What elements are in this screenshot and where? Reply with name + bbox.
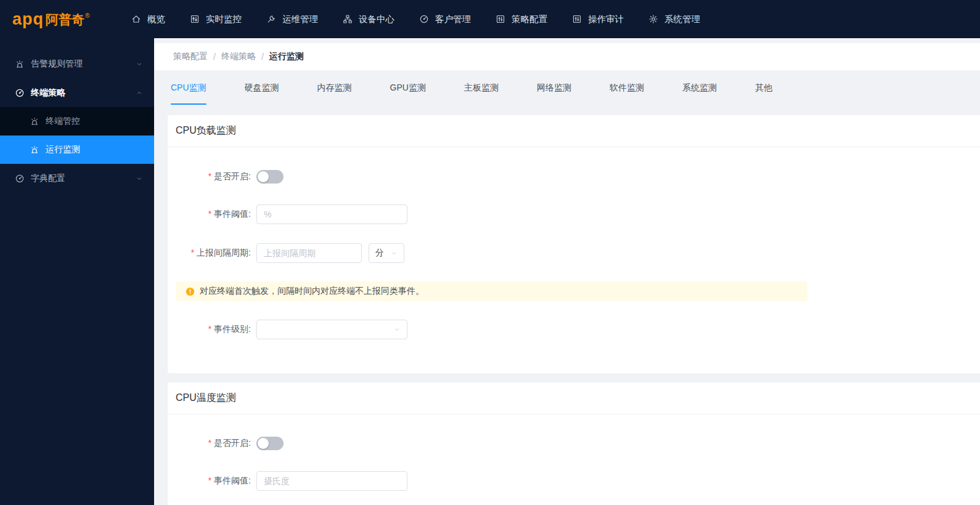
- logo-latin: apq: [12, 11, 44, 28]
- monitor-panel-icon: [190, 14, 200, 24]
- toggle-knob: [258, 171, 269, 182]
- gear-icon: [648, 14, 658, 24]
- chevron-down-icon: [393, 326, 401, 333]
- card-title: CPU负载监测: [168, 115, 980, 147]
- tab-bar: CPU监测 硬盘监测 内存监测 GPU监测 主板监测 网络监测 软件监测 系统监…: [154, 70, 980, 106]
- gauge-icon: [15, 88, 25, 98]
- tab-software-monitor[interactable]: 软件监测: [610, 70, 644, 106]
- nav-item-label: 设备中心: [359, 14, 394, 25]
- sliders-icon: [496, 14, 505, 24]
- field-report-interval: *上报间隔周期: 分: [176, 243, 980, 263]
- required-asterisk: *: [208, 475, 211, 485]
- top-nav-menu: 概览 实时监控 运维管理 设备中心 客户管理 策略配置 操作审计 系统管理: [119, 0, 713, 38]
- event-level-select[interactable]: [256, 320, 407, 339]
- warning-icon: [186, 287, 195, 296]
- interval-input[interactable]: [256, 243, 362, 263]
- warning-text: 对应终端首次触发，间隔时间内对应终端不上报同类事件。: [200, 286, 424, 297]
- top-nav: apq 阿普奇 ® 概览 实时监控 运维管理 设备中心 客户管理 策略配置: [0, 0, 980, 38]
- chevron-up-icon: [136, 89, 143, 97]
- gauge-icon: [15, 174, 25, 184]
- nav-item-realtime-monitor[interactable]: 实时监控: [178, 0, 254, 38]
- sidebar-item-terminal-policy[interactable]: 终端策略: [0, 78, 154, 107]
- warning-alert: 对应终端首次触发，间隔时间内对应终端不上报同类事件。: [176, 281, 807, 301]
- nav-item-operation-audit[interactable]: 操作审计: [560, 0, 636, 38]
- field-label: *事件阈值:: [176, 209, 251, 220]
- field-label: *是否开启:: [176, 171, 251, 182]
- nav-item-label: 策略配置: [512, 14, 547, 25]
- tab-other[interactable]: 其他: [755, 70, 772, 106]
- interval-unit-select[interactable]: 分: [369, 243, 404, 263]
- tab-memory-monitor[interactable]: 内存监测: [317, 70, 352, 106]
- sidebar-submenu: 终端管控 运行监测: [0, 107, 154, 164]
- tab-mainboard-monitor[interactable]: 主板监测: [464, 70, 499, 106]
- main-content: 策略配置 / 终端策略 / 运行监测 CPU监测 硬盘监测 内存监测 GPU监测…: [154, 38, 980, 505]
- required-asterisk: *: [208, 171, 211, 181]
- chevron-down-icon: [136, 60, 143, 68]
- field-label: *是否开启:: [176, 438, 251, 449]
- sidebar-item-label: 终端策略: [31, 87, 65, 99]
- nav-item-policy-config[interactable]: 策略配置: [483, 0, 560, 38]
- field-label: *事件阈值:: [176, 475, 251, 487]
- field-threshold: *事件阈值:: [176, 471, 980, 491]
- nav-item-label: 运维管理: [282, 14, 318, 25]
- enable-toggle[interactable]: [256, 437, 284, 450]
- nav-item-device-center[interactable]: 设备中心: [330, 0, 407, 38]
- alarm-icon: [30, 145, 39, 155]
- sidebar-subitem-terminal-control[interactable]: 终端管控: [0, 107, 154, 135]
- card-title: CPU温度监测: [168, 382, 980, 414]
- nav-item-ops-management[interactable]: 运维管理: [254, 0, 330, 38]
- threshold-input[interactable]: [256, 204, 407, 224]
- breadcrumb-item-terminal-policy[interactable]: 终端策略: [221, 51, 256, 62]
- sidebar-item-label: 字典配置: [31, 173, 65, 184]
- field-threshold: *事件阈值:: [176, 204, 980, 224]
- tab-network-monitor[interactable]: 网络监测: [537, 70, 571, 106]
- alarm-icon: [15, 59, 25, 69]
- threshold-input[interactable]: [256, 471, 407, 491]
- gauge-icon: [419, 14, 429, 24]
- sidebar-item-alarm-rules[interactable]: 告警规则管理: [0, 49, 154, 78]
- breadcrumb-item-run-monitor: 运行监测: [269, 51, 304, 62]
- breadcrumb-separator: /: [261, 52, 264, 62]
- nav-item-system-management[interactable]: 系统管理: [636, 0, 713, 38]
- sliders-icon: [572, 14, 582, 24]
- field-label: *事件级别:: [176, 324, 251, 335]
- brand-logo: apq 阿普奇 ®: [12, 11, 119, 28]
- tab-disk-monitor[interactable]: 硬盘监测: [245, 70, 279, 106]
- toggle-knob: [258, 438, 269, 449]
- nav-item-overview[interactable]: 概览: [119, 0, 178, 38]
- sidebar-subitem-label: 运行监测: [46, 144, 80, 155]
- nav-item-label: 客户管理: [435, 14, 471, 25]
- sitemap-icon: [343, 14, 353, 24]
- nav-item-label: 操作审计: [588, 14, 624, 25]
- field-event-level: *事件级别:: [176, 320, 980, 339]
- sidebar-item-label: 告警规则管理: [31, 59, 83, 70]
- sidebar-subitem-run-monitor[interactable]: 运行监测: [0, 135, 154, 164]
- tab-system-monitor[interactable]: 系统监测: [682, 70, 717, 106]
- nav-item-label: 系统管理: [664, 14, 700, 25]
- field-enable: *是否开启:: [176, 170, 980, 184]
- breadcrumb: 策略配置 / 终端策略 / 运行监测: [154, 43, 980, 70]
- field-enable: *是否开启:: [176, 437, 980, 450]
- wrench-icon: [266, 14, 276, 24]
- alarm-icon: [30, 116, 39, 126]
- required-asterisk: *: [208, 209, 211, 219]
- breadcrumb-item-policy-config[interactable]: 策略配置: [173, 51, 208, 62]
- registered-mark: ®: [85, 12, 89, 19]
- home-icon: [131, 14, 141, 24]
- required-asterisk: *: [208, 324, 211, 334]
- breadcrumb-separator: /: [213, 52, 216, 62]
- enable-toggle[interactable]: [256, 170, 284, 184]
- nav-item-label: 概览: [147, 14, 165, 25]
- sidebar-subitem-label: 终端管控: [46, 116, 80, 127]
- required-asterisk: *: [208, 438, 211, 448]
- chevron-down-icon: [390, 249, 398, 257]
- nav-item-customer-management[interactable]: 客户管理: [407, 0, 483, 38]
- select-value: 分: [375, 248, 384, 259]
- field-label: *上报间隔周期:: [176, 248, 251, 259]
- tab-gpu-monitor[interactable]: GPU监测: [390, 70, 426, 106]
- card-cpu-load-monitor: CPU负载监测 *是否开启: *事件阈值: *上报间隔周期: 分: [168, 115, 980, 373]
- sidebar: 告警规则管理 终端策略 终端管控 运行监测 字典配置: [0, 38, 154, 505]
- required-asterisk: *: [191, 248, 194, 257]
- tab-cpu-monitor[interactable]: CPU监测: [171, 70, 206, 106]
- sidebar-item-dictionary-config[interactable]: 字典配置: [0, 164, 154, 193]
